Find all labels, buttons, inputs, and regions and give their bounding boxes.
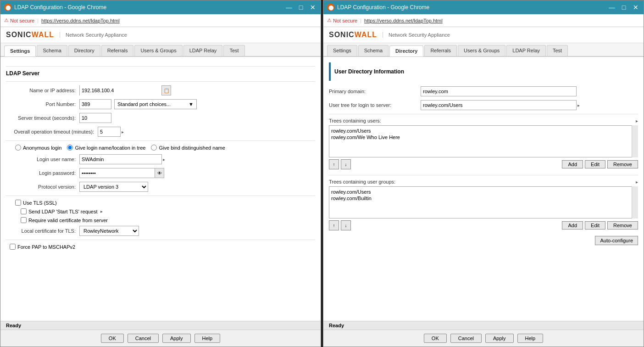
trees-groups-remove-btn[interactable]: Remove: [607, 221, 638, 229]
close-btn[interactable]: ✕: [309, 4, 317, 11]
right-not-secure-badge: ⚠ Not secure: [327, 17, 357, 23]
tab-settings[interactable]: Settings: [4, 45, 36, 56]
tls-checkbox[interactable]: [15, 200, 21, 206]
left-apply-btn[interactable]: Apply: [162, 334, 191, 343]
trees-groups-scrollbar[interactable]: [632, 186, 638, 218]
right-subtitle: Network Security Appliance: [383, 32, 450, 38]
radio-bind-dn-input[interactable]: [151, 145, 157, 151]
expand-icon-3: ▸: [100, 209, 103, 214]
trees-users-edit-btn[interactable]: Edit: [585, 160, 605, 168]
right-url[interactable]: https://verso.ddns.net/ldapTop.html: [364, 18, 443, 23]
trees-users-add-btn[interactable]: Add: [562, 160, 583, 168]
left-ok-btn[interactable]: OK: [101, 334, 124, 343]
local-cert-select[interactable]: RowleyNetwork: [79, 226, 139, 236]
trees-groups-label-row: Trees containing user groups: ▸: [329, 179, 638, 185]
login-user-input[interactable]: [79, 154, 162, 164]
right-apply-btn[interactable]: Apply: [485, 334, 514, 343]
left-title-bar: ⬤ LDAP Configuration - Google Chrome — □…: [0, 0, 321, 14]
right-window-controls[interactable]: — □ ✕: [608, 4, 640, 11]
right-sonicwall-logo: SONICWALL: [329, 31, 377, 39]
start-tls-label: Send LDAP 'Start TLS' request: [28, 209, 98, 214]
trees-users-remove-btn[interactable]: Remove: [607, 160, 638, 168]
trees-users-scrollbar[interactable]: [632, 125, 638, 157]
ldap-server-title: LDAP Server: [6, 70, 315, 77]
server-timeout-row: Server timeout (seconds):: [6, 113, 315, 123]
left-window-controls[interactable]: — □ ✕: [285, 4, 317, 11]
tab-users-groups[interactable]: Users & Groups: [134, 45, 182, 56]
right-tab-referrals[interactable]: Referrals: [424, 45, 457, 56]
radio-bind-dn-label: Give bind distinguished name: [159, 145, 225, 151]
right-title-bar: ⬤ LDAP Configuration - Google Chrome — □…: [323, 0, 644, 14]
right-tab-test[interactable]: Test: [547, 45, 568, 56]
left-subtitle: Network Security Appliance: [60, 32, 127, 38]
right-button-bar: OK Cancel Apply Help: [323, 330, 644, 347]
force-pap-checkbox[interactable]: [10, 244, 16, 250]
trees-groups-up-btn[interactable]: ↑: [329, 220, 339, 230]
maximize-btn[interactable]: □: [297, 4, 305, 11]
name-ip-label: Name or IP address:: [6, 88, 79, 93]
protocol-row: Protocol version: LDAP version 3: [6, 182, 315, 192]
name-ip-icon-btn[interactable]: 📋: [161, 86, 171, 95]
left-url[interactable]: https://verso.ddns.net/ldapTop.html: [41, 18, 120, 23]
user-tree-input[interactable]: [421, 100, 577, 110]
right-tab-users-groups[interactable]: Users & Groups: [458, 45, 505, 56]
trees-groups-add-btn[interactable]: Add: [562, 221, 583, 229]
radio-give-login-input[interactable]: [67, 145, 73, 151]
primary-domain-row: Primary domain:: [329, 86, 638, 96]
right-close-btn[interactable]: ✕: [632, 4, 640, 11]
left-address-bar: ⚠ Not secure | https://verso.ddns.net/ld…: [0, 14, 321, 27]
login-user-label: Login user name:: [6, 157, 79, 162]
radio-anonymous-input[interactable]: [15, 145, 21, 151]
trees-groups-edit-btn[interactable]: Edit: [585, 221, 605, 229]
protocol-select[interactable]: LDAP version 3: [79, 182, 148, 192]
right-browser-window: ⬤ LDAP Configuration - Google Chrome — □…: [323, 0, 644, 347]
radio-anonymous[interactable]: Anonymous login: [15, 145, 61, 151]
show-pass-icon[interactable]: 👁: [155, 168, 164, 178]
primary-domain-input[interactable]: [421, 86, 577, 96]
right-panel-content: User Directory Information Primary domai…: [323, 57, 644, 321]
right-help-btn[interactable]: Help: [517, 334, 544, 343]
tab-directory[interactable]: Directory: [68, 45, 100, 56]
port-label: Port Number:: [6, 101, 79, 107]
tab-ldap-relay[interactable]: LDAP Relay: [183, 45, 223, 56]
login-pass-input[interactable]: [80, 169, 155, 177]
trees-users-section: Trees containing users: ▸ rowley.com/Use…: [329, 118, 638, 169]
right-tab-directory[interactable]: Directory: [389, 45, 423, 56]
name-ip-input[interactable]: [80, 85, 161, 95]
minimize-btn[interactable]: —: [285, 4, 293, 11]
trees-users-box-wrapper: rowley.com/Users rowley.com/We Who Live …: [329, 125, 638, 157]
left-cancel-btn[interactable]: Cancel: [128, 334, 159, 343]
start-tls-checkbox[interactable]: [21, 208, 27, 214]
port-input[interactable]: [79, 99, 111, 109]
right-ok-btn[interactable]: OK: [424, 334, 447, 343]
right-tab-settings[interactable]: Settings: [327, 45, 357, 56]
radio-anonymous-label: Anonymous login: [23, 145, 61, 151]
radio-bind-dn[interactable]: Give bind distinguished name: [151, 145, 225, 151]
trees-users-down-btn[interactable]: ↓: [341, 159, 351, 169]
right-warning-icon: ⚠: [327, 17, 332, 23]
chrome-icon: ⬤: [4, 4, 11, 11]
trees-users-up-btn[interactable]: ↑: [329, 159, 339, 169]
right-tabs-bar: Settings Schema Directory Referrals User…: [323, 43, 644, 57]
right-minimize-btn[interactable]: —: [608, 4, 616, 11]
right-tab-ldap-relay[interactable]: LDAP Relay: [506, 45, 546, 56]
right-cancel-btn[interactable]: Cancel: [450, 334, 482, 343]
left-sonicwall-header: SONICWALL Network Security Appliance: [0, 27, 321, 43]
overall-timeout-input[interactable]: [98, 127, 121, 137]
right-tab-schema[interactable]: Schema: [358, 45, 389, 56]
tab-test[interactable]: Test: [223, 45, 244, 56]
name-ip-row: Name or IP address: 📋: [6, 85, 315, 95]
require-cert-checkbox[interactable]: [21, 217, 27, 223]
tab-referrals[interactable]: Referrals: [101, 45, 134, 56]
trees-users-controls: ↑ ↓ Add Edit Remove: [329, 159, 638, 169]
right-maximize-btn[interactable]: □: [620, 4, 628, 11]
server-timeout-input[interactable]: [79, 113, 111, 123]
radio-give-login[interactable]: Give login name/location in tree: [67, 145, 145, 151]
auto-configure-btn[interactable]: Auto-configure: [595, 236, 638, 245]
tab-schema[interactable]: Schema: [37, 45, 67, 56]
tree-groups-item-0: rowley.com/Users: [331, 189, 636, 195]
trees-groups-down-btn[interactable]: ↓: [341, 220, 351, 230]
left-help-btn[interactable]: Help: [194, 334, 221, 343]
dir-section-title: User Directory Information: [334, 68, 404, 75]
port-choices-dropdown[interactable]: Standard port choices... ▼: [114, 99, 197, 109]
